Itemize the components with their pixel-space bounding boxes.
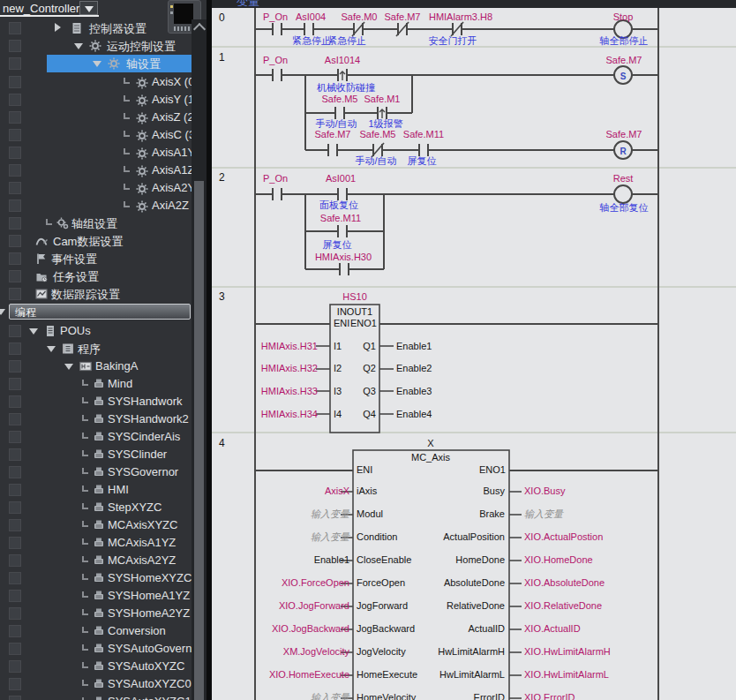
row-box[interactable] bbox=[9, 111, 21, 124]
tree-item-axia2z[interactable]: AxiA2Z (7,MC1) bbox=[0, 197, 192, 215]
rung-number[interactable]: 1 bbox=[219, 51, 225, 64]
contact-label[interactable]: Safe.M11 bbox=[320, 213, 361, 224]
tree-item-programs[interactable]: 程序 bbox=[0, 340, 192, 358]
row-box[interactable] bbox=[9, 76, 21, 88]
tree-item-conversion[interactable]: Conversion bbox=[0, 622, 192, 640]
row-box[interactable] bbox=[9, 660, 21, 673]
row-box[interactable] bbox=[9, 643, 21, 655]
tree-item-syshomea2yz[interactable]: SYSHomeA2YZ bbox=[0, 605, 192, 622]
tree-item-axisy[interactable]: AxisY (1,MC1) bbox=[0, 91, 192, 109]
row-box[interactable] bbox=[9, 484, 21, 496]
fb-input-placeholder[interactable]: 输入变量 bbox=[311, 508, 349, 520]
contact-label[interactable]: Safe.M0 bbox=[342, 11, 378, 23]
rung-number[interactable]: 0 bbox=[219, 11, 225, 24]
row-box[interactable] bbox=[9, 572, 21, 584]
tree-item-axis-settings[interactable]: 轴设置 bbox=[0, 55, 192, 72]
row-box[interactable] bbox=[9, 217, 21, 230]
tree-item-axisa1z[interactable]: AxisA1Z (5,MC1) bbox=[0, 162, 192, 179]
row-box[interactable] bbox=[9, 466, 21, 478]
fb-output-var[interactable]: Enable2 bbox=[396, 363, 432, 374]
row-box[interactable] bbox=[9, 270, 21, 282]
row-box[interactable] bbox=[9, 696, 21, 700]
tree-item-axisa2y[interactable]: AxisA2Y (6,MC1) bbox=[0, 179, 192, 197]
tree-item-controller-settings[interactable]: 控制器设置 bbox=[0, 19, 192, 37]
row-box[interactable] bbox=[9, 199, 21, 212]
contact-label[interactable]: Safe.M7 bbox=[385, 11, 421, 23]
rung-number[interactable]: 3 bbox=[219, 290, 225, 303]
row-box[interactable] bbox=[9, 537, 21, 549]
row-box[interactable] bbox=[9, 395, 21, 408]
fb-output-var[interactable]: Enable1 bbox=[396, 341, 432, 352]
tree-item-syscinderais[interactable]: SYSCinderAis bbox=[0, 428, 192, 446]
tree-item-bakinga[interactable]: BakingA bbox=[0, 358, 192, 375]
coil-label[interactable]: Safe.M7 bbox=[606, 55, 642, 66]
contact-comment[interactable]: 屏复位 bbox=[323, 239, 352, 251]
row-box[interactable] bbox=[9, 252, 21, 265]
fb-input-var[interactable]: AxisX bbox=[325, 485, 349, 497]
tree-section-programming[interactable]: 编程 bbox=[0, 304, 192, 321]
row-box[interactable] bbox=[9, 94, 21, 106]
fb-output-var[interactable]: XIO.Busy bbox=[524, 485, 565, 497]
coil-label[interactable]: Rest bbox=[613, 173, 634, 184]
row-box[interactable] bbox=[9, 431, 21, 443]
tree-item-sysautogovernor[interactable]: SYSAutoGovernor bbox=[0, 640, 192, 658]
tree-item-syshomexyzc[interactable]: SYSHomeXYZC bbox=[0, 569, 192, 587]
fb-input-var[interactable]: XIO.HomeExecute bbox=[269, 669, 349, 681]
fb-output-var[interactable]: XIO.HomeDone bbox=[524, 554, 593, 566]
fb-output-var[interactable]: XIO.ActualPostion bbox=[524, 531, 603, 543]
row-box[interactable] bbox=[9, 57, 21, 70]
scrollbar-thumb[interactable] bbox=[194, 181, 204, 700]
tree-item-syshandwork2[interactable]: SYSHandwork2 bbox=[0, 410, 192, 428]
contact-comment[interactable]: 屏复位 bbox=[408, 155, 437, 167]
row-box[interactable] bbox=[9, 360, 21, 373]
fb-output-var[interactable]: XIO.ActualID bbox=[524, 623, 581, 635]
row-box[interactable] bbox=[9, 164, 21, 177]
chevron-down-icon[interactable] bbox=[47, 346, 56, 352]
chevron-right-icon[interactable] bbox=[55, 23, 61, 32]
contact-label[interactable]: AsI001 bbox=[326, 173, 356, 184]
tree-item-axisx[interactable]: AxisX (0,MC1) bbox=[0, 73, 192, 91]
tree-item-sysautoxyzc1[interactable]: SYSAutoXYZC1 bbox=[0, 693, 192, 700]
tree-item-pous[interactable]: POUs bbox=[0, 322, 192, 340]
tree-item-sysgovernor[interactable]: SYSGovernor bbox=[0, 463, 192, 481]
tree-item-sysautoxyzc[interactable]: SYSAutoXYZC bbox=[0, 658, 192, 675]
row-box[interactable] bbox=[9, 182, 21, 194]
row-box[interactable] bbox=[9, 342, 21, 355]
contact-label[interactable]: Safe.M7 bbox=[315, 129, 351, 140]
row-box[interactable] bbox=[9, 519, 21, 531]
coil-comment[interactable]: 轴全部停止 bbox=[600, 35, 649, 47]
tree-item-mcaxisxyzc[interactable]: MCAxisXYZC bbox=[0, 516, 192, 534]
tree-item-sysautoxyzc0[interactable]: SYSAutoXYZC0 bbox=[0, 675, 192, 693]
tree-item-syshomea1yz[interactable]: SYSHomeA1YZ bbox=[0, 587, 192, 605]
contact-label[interactable]: P_On bbox=[263, 173, 288, 184]
coil-label[interactable]: Stop bbox=[613, 11, 634, 23]
row-box[interactable] bbox=[9, 590, 21, 602]
row-box[interactable] bbox=[9, 147, 21, 159]
contact-comment[interactable]: 紧急停止 bbox=[327, 35, 366, 47]
tree-item-axisa1y[interactable]: AxisA1Y (4,MC1) bbox=[0, 144, 192, 162]
tree-item-axis-group-settings[interactable]: 轴组设置 bbox=[0, 215, 192, 232]
contact-label[interactable]: Safe.M11 bbox=[403, 129, 444, 140]
variables-tab[interactable]: 变量 bbox=[237, 0, 259, 8]
contact-comment[interactable]: 紧急停止 bbox=[292, 35, 331, 47]
fb-instance[interactable]: X bbox=[427, 438, 433, 449]
fb-output-var[interactable]: XIO.AbsoluteDone bbox=[524, 577, 605, 589]
chevron-down-icon[interactable] bbox=[0, 309, 5, 315]
tree-item-task-settings[interactable]: 任务设置 bbox=[0, 267, 192, 285]
controller-select-dropdown-button[interactable] bbox=[79, 1, 98, 15]
row-box[interactable] bbox=[9, 288, 21, 300]
fb-input-var[interactable]: HMIAxis.H34 bbox=[261, 409, 318, 420]
tree-item-cam-data-settings[interactable]: Cam数据设置 bbox=[0, 232, 192, 250]
row-box[interactable] bbox=[9, 625, 21, 637]
fb-instance[interactable]: HS10 bbox=[342, 291, 367, 303]
fb-input-var[interactable]: HMIAxis.H33 bbox=[261, 386, 318, 397]
tree-item-axisz[interactable]: AxisZ (2,MC1) bbox=[0, 109, 192, 126]
row-box[interactable] bbox=[9, 40, 21, 52]
row-box[interactable] bbox=[9, 607, 21, 620]
row-box[interactable] bbox=[9, 554, 21, 567]
fb-input-var[interactable]: XIO.JogForward bbox=[279, 600, 349, 612]
contact-label[interactable]: P_On bbox=[263, 11, 288, 23]
tree-item-mind[interactable]: Mind bbox=[0, 375, 192, 393]
tree-item-axisc[interactable]: AxisC (3,MC1) bbox=[0, 126, 192, 144]
fb-output-var[interactable]: XIO.HwLimitAlarmL bbox=[524, 669, 609, 681]
